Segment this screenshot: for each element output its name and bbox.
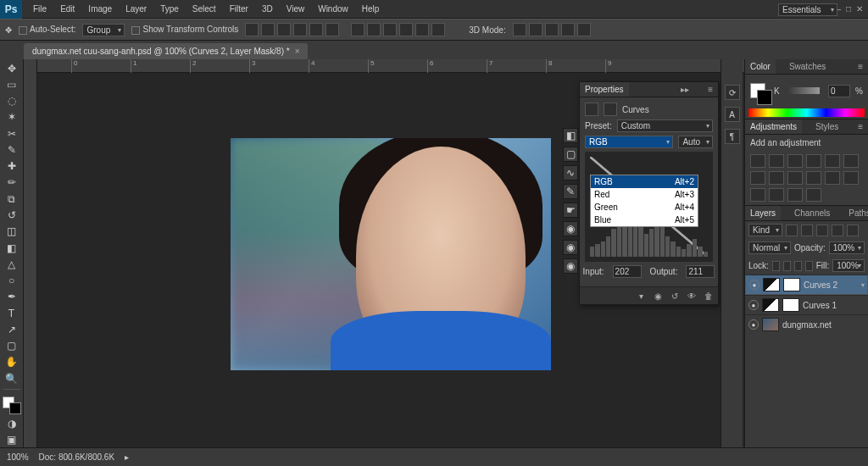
menu-help[interactable]: Help [356,2,386,16]
curves-eyedrop-white-icon[interactable]: ◉ [563,258,578,274]
paths-tab[interactable]: Paths [843,206,868,220]
curves-point-icon[interactable]: ∿ [563,165,578,180]
hand-tool-icon[interactable]: ✋ [3,355,21,369]
fg-bg-swatch[interactable] [3,397,21,414]
adj-selectivecolor-icon[interactable] [806,188,821,202]
path-tool-icon[interactable]: ↗ [3,322,21,336]
brush-tool-icon[interactable]: ✏ [3,175,21,190]
shape-tool-icon[interactable]: ▢ [3,339,21,353]
dodge-tool-icon[interactable]: ○ [3,273,21,287]
color-tab[interactable]: Color [745,59,776,74]
color-swatch[interactable] [750,83,769,102]
align-icon[interactable] [245,23,259,36]
distribute-icon[interactable] [399,23,413,36]
adj-colorbalance-icon[interactable] [750,171,765,185]
eraser-tool-icon[interactable]: ◫ [3,225,21,239]
opacity-value[interactable]: 100% [829,241,865,254]
layer-mask-thumb[interactable] [782,298,799,312]
input-value[interactable] [613,265,642,278]
menu-window[interactable]: Window [312,2,354,16]
marquee-tool-icon[interactable]: ▭ [3,77,21,92]
docked-history-icon[interactable]: ⟳ [725,85,740,100]
panel-menu-icon[interactable]: ≡ [853,59,868,74]
maximize-button[interactable]: □ [846,4,851,14]
properties-tab[interactable]: Properties [580,82,629,97]
layer-visibility-icon[interactable]: ● [748,300,759,310]
status-flyout-icon[interactable]: ▸ [125,452,129,462]
menu-file[interactable]: File [27,2,53,16]
docked-paragraph-icon[interactable]: ¶ [725,129,740,144]
auto-select-mode[interactable]: Group [82,24,125,36]
channels-tab[interactable]: Channels [789,206,835,220]
layer-visibility-icon[interactable]: ● [749,280,760,290]
lock-position-icon[interactable] [794,261,802,271]
view-previous-icon[interactable]: ◉ [652,291,664,301]
clip-icon[interactable]: ▾ [635,291,647,301]
document-tab-close-icon[interactable]: × [295,47,300,56]
layer-row[interactable]: ● dungmax.net [745,314,868,334]
k-slider[interactable] [788,87,820,94]
adj-channelmixer-icon[interactable] [806,171,821,185]
layer-name[interactable]: Curves 2 [804,280,837,290]
adj-gradmap-icon[interactable] [787,188,803,202]
auto-button[interactable]: Auto [678,136,713,148]
stamp-tool-icon[interactable]: ⧉ [3,191,21,206]
quick-select-tool-icon[interactable]: ✶ [3,110,21,125]
channel-option-blue[interactable]: BlueAlt+5 [591,214,698,226]
menu-view[interactable]: View [281,2,311,16]
adj-curves-icon[interactable] [787,154,803,168]
filter-adj-icon[interactable] [801,225,813,236]
menu-edit[interactable]: Edit [54,2,81,16]
distribute-icon[interactable] [383,23,397,36]
layer-name[interactable]: Curves 1 [803,301,837,310]
layer-row[interactable]: ● Curves 1 [745,295,868,314]
delete-adjustment-icon[interactable]: 🗑 [703,291,715,301]
layer-row[interactable]: ● Curves 2 [745,275,868,295]
adj-vibrance-icon[interactable] [825,154,840,168]
menu-layer[interactable]: Layer [120,2,153,16]
adj-posterize-icon[interactable] [750,188,765,202]
toggle-visibility-icon[interactable]: 👁 [686,291,698,301]
3d-icon[interactable] [529,23,542,36]
3d-icon[interactable] [513,23,526,36]
channel-option-rgb[interactable]: RGBAlt+2 [591,175,698,188]
layer-thumb[interactable] [762,298,779,312]
docked-character-icon[interactable]: A [725,107,740,122]
adj-colorlookup-icon[interactable] [825,171,840,185]
healing-tool-icon[interactable]: ✚ [3,159,21,174]
adj-levels-icon[interactable] [769,154,784,168]
align-icon[interactable] [326,23,339,36]
menu-type[interactable]: Type [154,2,185,16]
screen-mode-icon[interactable]: ▣ [3,433,21,447]
swatches-tab[interactable]: Swatches [784,59,831,74]
adj-threshold-icon[interactable] [769,188,784,202]
filter-smart-icon[interactable] [847,225,859,236]
properties-panel[interactable]: Properties▸▸≡ ◧ ▢ ∿ ✎ ☛ ◉ ◉ ◉ Curves Pre… [579,81,719,305]
adjustments-tab[interactable]: Adjustments [745,119,802,134]
output-value[interactable] [686,265,715,278]
adj-photofilter-icon[interactable] [787,171,803,185]
channel-select[interactable]: RGB [585,136,673,148]
workspace-selector[interactable]: Essentials [778,3,837,16]
align-icon[interactable] [261,23,275,36]
curves-pencil-icon[interactable]: ✎ [563,184,578,199]
adj-brightness-icon[interactable] [750,154,765,168]
adj-bw-icon[interactable] [769,171,784,185]
channel-option-red[interactable]: RedAlt+3 [591,188,698,201]
panel-collapse-icon[interactable]: ▸▸ [676,82,694,97]
preset-select[interactable]: Custom [617,119,713,132]
menu-select[interactable]: Select [186,2,222,16]
reset-icon[interactable]: ↺ [669,291,681,301]
pen-tool-icon[interactable]: ✒ [3,290,21,304]
layer-thumb[interactable] [763,278,780,291]
fill-value[interactable]: 100% [832,259,865,272]
quick-mask-icon[interactable]: ◑ [3,416,21,430]
distribute-icon[interactable] [415,23,429,36]
history-brush-tool-icon[interactable]: ↺ [3,208,21,222]
lock-transparency-icon[interactable] [772,261,780,271]
document-canvas[interactable] [231,138,551,370]
layer-thumb[interactable] [762,318,779,331]
channel-option-green[interactable]: GreenAlt+4 [591,201,698,214]
layer-mask-thumb[interactable] [783,278,800,291]
color-spectrum[interactable] [748,108,865,117]
